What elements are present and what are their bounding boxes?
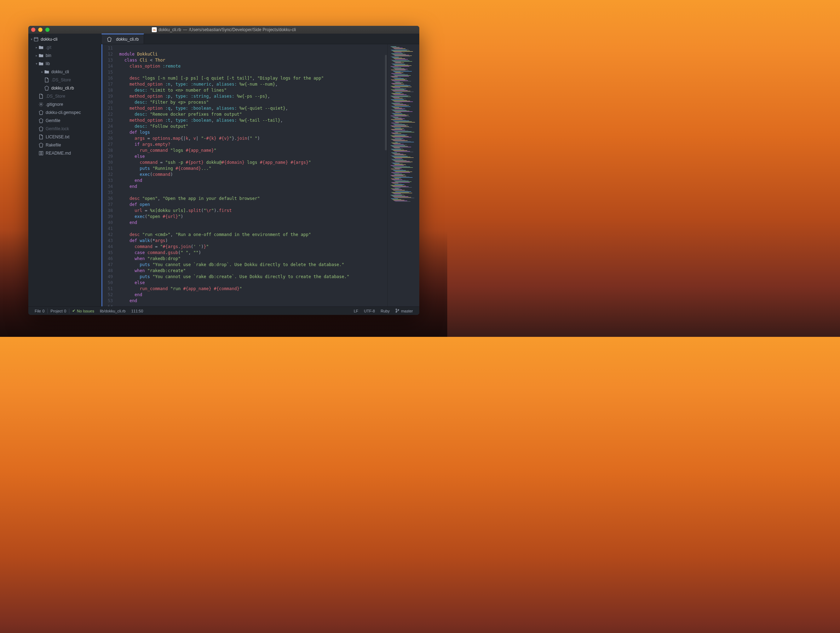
line-number[interactable]: 13 (102, 57, 113, 63)
line-number[interactable]: 18 (102, 87, 113, 93)
line-number[interactable]: 24 (102, 123, 113, 129)
code-line[interactable]: else (119, 153, 387, 159)
code-line[interactable]: end (119, 298, 387, 304)
status-file[interactable]: File 0 (32, 309, 47, 313)
line-number[interactable]: 36 (102, 196, 113, 202)
line-number[interactable]: 41 (102, 226, 113, 232)
line-number[interactable]: 16 (102, 75, 113, 81)
line-number[interactable]: 48 (102, 268, 113, 274)
tree-item[interactable]: .DS_Store (28, 76, 101, 84)
tree-item[interactable]: dokku_cli.rb (28, 84, 101, 92)
line-number[interactable]: 34 (102, 184, 113, 189)
line-number[interactable]: 49 (102, 274, 113, 280)
line-number[interactable]: 40 (102, 220, 113, 226)
status-cursor-position[interactable]: 111:50 (128, 309, 146, 313)
tab-bar[interactable]: dokku_cli.rb (101, 34, 419, 44)
tab-active[interactable]: dokku_cli.rb (101, 34, 144, 44)
code-line[interactable]: end (119, 178, 387, 184)
line-number[interactable]: 17 (102, 81, 113, 87)
line-number[interactable]: 25 (102, 129, 113, 136)
line-number[interactable]: 46 (102, 256, 113, 262)
status-line-ending[interactable]: LF (351, 309, 361, 313)
line-number[interactable]: 21 (102, 106, 113, 112)
code-line[interactable]: end (119, 220, 387, 226)
status-issues[interactable]: ✔ No Issues (69, 309, 97, 313)
line-number[interactable]: 50 (102, 280, 113, 286)
code-line[interactable]: command = "#{args.join(' ')}" (119, 244, 387, 250)
code-line[interactable] (119, 189, 387, 196)
line-number[interactable]: 33 (102, 178, 113, 184)
code-line[interactable] (119, 45, 387, 51)
code-line[interactable] (119, 304, 387, 306)
code-line[interactable]: end (119, 184, 387, 189)
code-line[interactable]: run_command "logs #{app_name}" (119, 148, 387, 153)
tree-item[interactable]: ▾lib (28, 60, 101, 68)
tree-item[interactable]: LICENSE.txt (28, 133, 101, 141)
code-line[interactable]: desc "logs [-n num] [-p ps] [-q quiet [-… (119, 75, 387, 81)
code-line[interactable]: class Cli < Thor (119, 57, 387, 63)
code-line[interactable]: end (119, 292, 387, 298)
line-number[interactable]: 15 (102, 69, 113, 75)
line-number[interactable]: 44 (102, 244, 113, 250)
status-language[interactable]: Ruby (378, 309, 393, 313)
line-number[interactable]: 28 (102, 148, 113, 153)
code-line[interactable]: desc "open", "Open the app in your defau… (119, 196, 387, 202)
status-git-branch[interactable]: master (392, 309, 416, 314)
code-line[interactable]: method_option :q, type: :boolean, aliase… (119, 106, 387, 112)
line-number[interactable]: 39 (102, 214, 113, 220)
code-line[interactable]: def walk(*args) (119, 238, 387, 244)
tree-item[interactable]: dokku-cli.gemspec (28, 108, 101, 117)
tree-item[interactable]: ▸.git (28, 43, 101, 51)
line-number[interactable]: 22 (102, 112, 113, 117)
code-line[interactable]: desc "run <cmd>", "Run a one-off command… (119, 232, 387, 238)
tree-item[interactable]: .gitignore (28, 100, 101, 108)
code-line[interactable] (119, 69, 387, 75)
line-number[interactable]: 23 (102, 117, 113, 123)
file-tree-sidebar[interactable]: ▾ dokku-cli ▸.git▸bin▾lib▸dokku_cli.DS_S… (28, 34, 101, 306)
code-line[interactable]: else (119, 280, 387, 286)
line-number[interactable]: 32 (102, 172, 113, 178)
code-line[interactable] (119, 226, 387, 232)
code-line[interactable]: args = options.map{|k, v| "-#{k} #{v}"}.… (119, 136, 387, 142)
code-line[interactable]: run_command "run #{app_name} #{command}" (119, 286, 387, 292)
code-content[interactable]: module DokkuCli class Cli < Thor class_o… (117, 44, 387, 306)
code-line[interactable]: desc: "Filter by <p> process" (119, 99, 387, 106)
code-line[interactable]: method_option :t, type: :boolean, aliase… (119, 117, 387, 123)
code-line[interactable]: module DokkuCli (119, 51, 387, 57)
line-number[interactable]: 52 (102, 292, 113, 298)
line-number[interactable]: 35 (102, 189, 113, 196)
code-line[interactable]: method_option :p, type: :string, aliases… (119, 93, 387, 99)
tree-item[interactable]: Rakefile (28, 141, 101, 149)
line-number[interactable]: 53 (102, 298, 113, 304)
tree-item[interactable]: Gemfile (28, 117, 101, 125)
code-line[interactable]: if args.empty? (119, 142, 387, 148)
code-line[interactable]: when "rakedb:drop" (119, 256, 387, 262)
code-line[interactable]: puts "You cannot use `rake db:create`. U… (119, 274, 387, 280)
code-area[interactable]: 1112131415161718192021222324252627282930… (101, 44, 419, 306)
tree-root[interactable]: ▾ dokku-cli (28, 35, 101, 43)
scrollbar-thumb[interactable] (385, 55, 387, 150)
line-number[interactable]: 12 (102, 51, 113, 57)
line-number[interactable]: 14 (102, 63, 113, 69)
line-number[interactable]: 26 (102, 136, 113, 142)
tree-item[interactable]: .DS_Store (28, 92, 101, 100)
line-number[interactable]: 30 (102, 159, 113, 166)
line-number[interactable]: 43 (102, 238, 113, 244)
tree-item[interactable]: ▸bin (28, 51, 101, 60)
line-number[interactable]: 11 (102, 45, 113, 51)
code-line[interactable]: desc: "Limit to <n> number of lines" (119, 87, 387, 93)
line-number[interactable]: 20 (102, 99, 113, 106)
tree-item[interactable]: README.md (28, 149, 101, 157)
titlebar[interactable]: rb dokku_cli.rb — /Users/sebastian/Sync/… (28, 26, 419, 34)
line-number[interactable]: 31 (102, 166, 113, 172)
code-line[interactable]: desc: "Follow output" (119, 123, 387, 129)
status-project[interactable]: Project 0 (48, 309, 69, 313)
line-number[interactable]: 27 (102, 142, 113, 148)
code-line[interactable]: command = "ssh -p #{port} dokku@#{domain… (119, 159, 387, 166)
line-number[interactable]: 45 (102, 250, 113, 256)
line-number[interactable]: 29 (102, 153, 113, 159)
status-filepath[interactable]: lib/dokku_cli.rb (97, 309, 128, 313)
code-line[interactable]: method_option :n, type: :numeric, aliase… (119, 81, 387, 87)
status-encoding[interactable]: UTF-8 (361, 309, 378, 313)
line-number[interactable]: 42 (102, 232, 113, 238)
